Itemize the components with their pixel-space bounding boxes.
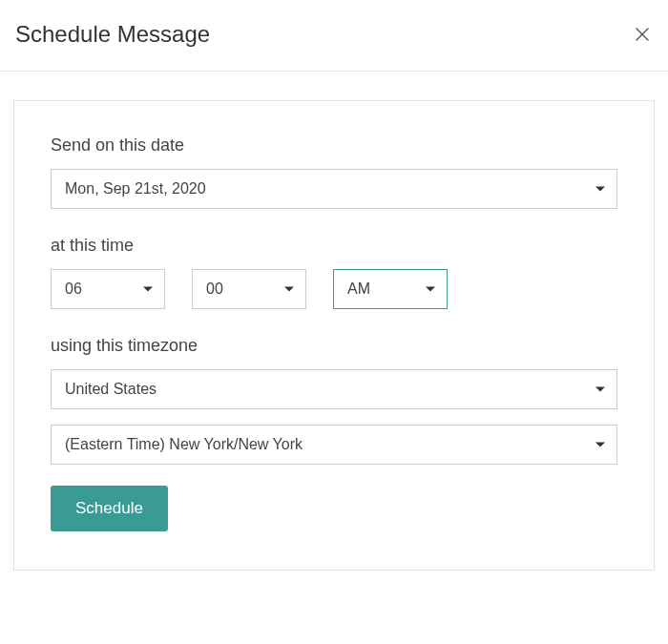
- hour-select[interactable]: 06: [51, 269, 165, 309]
- dialog-header: Schedule Message: [0, 0, 668, 72]
- ampm-select[interactable]: AM: [333, 269, 448, 309]
- timezone-group: using this timezone United States (Easte…: [51, 336, 617, 465]
- ampm-select-wrap: AM: [333, 269, 448, 309]
- minute-select-wrap: 00: [192, 269, 306, 309]
- time-group: at this time 06 00 AM: [51, 236, 617, 309]
- close-icon: [632, 24, 653, 45]
- timezone-select-wrap: (Eastern Time) New York/New York: [51, 425, 617, 465]
- country-select-wrap: United States: [51, 369, 617, 409]
- time-row: 06 00 AM: [51, 269, 617, 309]
- time-label: at this time: [51, 236, 617, 256]
- date-label: Send on this date: [51, 135, 617, 156]
- schedule-form-panel: Send on this date Mon, Sep 21st, 2020 at…: [13, 100, 655, 571]
- timezone-label: using this timezone: [51, 336, 617, 356]
- close-button[interactable]: [632, 24, 653, 45]
- dialog-title: Schedule Message: [15, 21, 210, 48]
- date-select[interactable]: Mon, Sep 21st, 2020: [51, 169, 617, 209]
- date-group: Send on this date Mon, Sep 21st, 2020: [51, 135, 617, 209]
- timezone-stack: United States (Eastern Time) New York/Ne…: [51, 369, 617, 465]
- minute-select[interactable]: 00: [192, 269, 306, 309]
- date-select-wrap: Mon, Sep 21st, 2020: [51, 169, 617, 209]
- timezone-select[interactable]: (Eastern Time) New York/New York: [51, 425, 617, 465]
- schedule-button[interactable]: Schedule: [51, 486, 168, 531]
- hour-select-wrap: 06: [51, 269, 165, 309]
- country-select[interactable]: United States: [51, 369, 617, 409]
